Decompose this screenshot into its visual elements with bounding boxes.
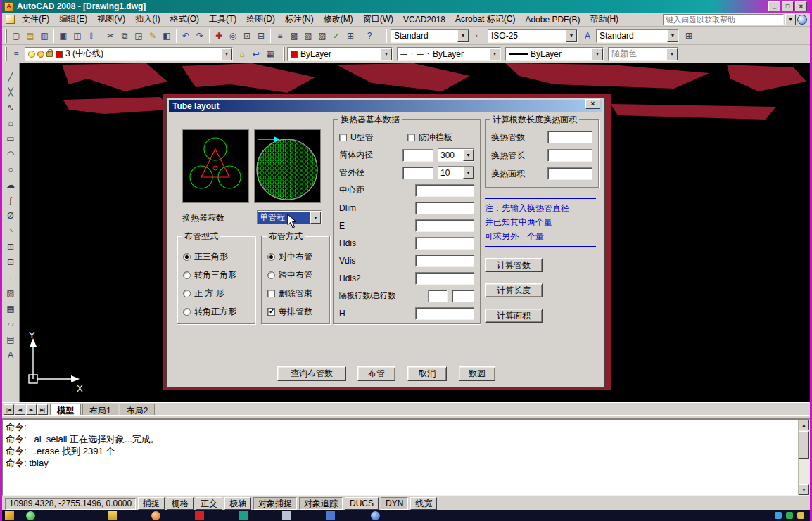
messenger-icon[interactable] <box>371 511 380 520</box>
radio-icon[interactable] <box>183 308 191 316</box>
menu-adobe-pdf[interactable]: Adobe PDF(B) <box>520 13 585 26</box>
checkbox-icon[interactable] <box>339 134 347 141</box>
textstyle-combo[interactable]: Standard ▾ <box>596 29 679 43</box>
layer-states-icon[interactable]: ▦ <box>263 47 277 61</box>
radio-triangle[interactable]: 正三角形 <box>177 247 255 266</box>
help-search-input[interactable] <box>663 14 784 25</box>
first-tab-button[interactable]: |◀ <box>4 404 14 415</box>
menu-vcad2018[interactable]: VCAD2018 <box>398 13 450 26</box>
tray-icon-1[interactable] <box>775 512 782 519</box>
layer-properties-icon[interactable]: ≡ <box>9 47 23 61</box>
help-search-dropdown[interactable]: ▾ <box>785 14 796 25</box>
circle-icon[interactable]: ○ <box>4 163 18 176</box>
chevron-down-icon[interactable]: ▾ <box>463 167 474 179</box>
menu-format[interactable]: 格式(O) <box>165 12 204 27</box>
line-icon[interactable]: ╱ <box>4 70 18 84</box>
open-icon[interactable]: ▤ <box>23 29 37 43</box>
make-block-icon[interactable]: ⊡ <box>4 256 18 269</box>
checkbox-icon[interactable] <box>407 134 415 141</box>
layer-combo[interactable]: 3 (中心线) ▾ <box>25 47 233 61</box>
calc-length-button[interactable]: 计算长度 <box>485 283 543 297</box>
mtext-icon[interactable]: A <box>4 349 18 362</box>
layer-on-icon[interactable] <box>28 51 35 58</box>
teal-app-icon[interactable] <box>239 511 248 520</box>
toggle-grid[interactable]: 栅格 <box>167 497 194 510</box>
radio-icon[interactable] <box>183 271 191 279</box>
chevron-down-icon[interactable]: ▾ <box>566 30 577 42</box>
query-layout-count-button[interactable]: 查询布管数 <box>277 366 346 381</box>
radio-icon[interactable] <box>183 253 191 261</box>
hdis-input[interactable] <box>415 237 474 250</box>
spline-icon[interactable]: ∫ <box>4 194 18 207</box>
scroll-up-icon[interactable]: ▲ <box>799 420 809 430</box>
downloader-icon[interactable] <box>151 511 160 520</box>
command-window[interactable]: 命令: 命令: _ai_selall 正在选择对象...完成。 命令: _.er… <box>2 419 810 496</box>
toggle-ducs[interactable]: DUCS <box>345 497 379 510</box>
chevron-down-icon[interactable]: ▾ <box>457 30 469 42</box>
toggle-polar[interactable]: 极轴 <box>224 497 251 510</box>
calc-area-button[interactable]: 计算面积 <box>485 309 543 323</box>
tab-layout2[interactable]: 布局2 <box>120 404 156 415</box>
total-rows-input[interactable] <box>452 290 474 302</box>
quickcalc-icon[interactable]: ⊞ <box>343 29 357 43</box>
radio-centered-layout[interactable]: 对中布管 <box>262 247 329 266</box>
zoom-window-icon[interactable]: ⊡ <box>240 29 254 43</box>
sheet-set-manager-icon[interactable]: ▧ <box>315 29 329 43</box>
plot-icon[interactable]: ▣ <box>56 29 70 43</box>
layer-previous-icon[interactable]: ↩ <box>249 47 263 61</box>
menu-edit[interactable]: 编辑(E) <box>54 12 92 27</box>
make-layer-current-icon[interactable]: ⌂ <box>235 47 249 61</box>
tube-od-input[interactable] <box>402 167 433 179</box>
shell-diameter-combo[interactable]: 300 ▾ <box>438 148 474 162</box>
drawing-canvas[interactable]: Y X Tube layout × <box>20 63 810 402</box>
toolbar-grip[interactable] <box>5 47 7 61</box>
chevron-down-icon[interactable]: ▾ <box>463 149 474 161</box>
table-style-icon[interactable]: ⊞ <box>682 29 696 43</box>
insert-block-icon[interactable]: ⊞ <box>4 240 18 254</box>
dialog-close-button[interactable]: × <box>585 99 600 109</box>
chevron-down-icon[interactable]: ▾ <box>381 48 392 60</box>
dimstyle-combo[interactable]: ISO-25 ▾ <box>488 29 578 43</box>
tube-od-combo[interactable]: 10 ▾ <box>438 166 474 179</box>
chevron-down-icon[interactable]: ▾ <box>592 48 603 60</box>
radio-rotated-triangle[interactable]: 转角三角形 <box>177 266 255 284</box>
polyline-icon[interactable]: ∿ <box>4 101 18 115</box>
text-style-icon[interactable]: A <box>581 29 595 43</box>
vdis-input[interactable] <box>415 255 474 267</box>
menu-view[interactable]: 视图(V) <box>92 12 130 27</box>
toolbar-grip[interactable] <box>283 47 285 61</box>
radio-icon[interactable] <box>267 253 275 261</box>
tab-model[interactable]: 模型 <box>50 404 81 415</box>
zoom-realtime-icon[interactable]: ◎ <box>226 29 240 43</box>
radio-offset-layout[interactable]: 跨中布管 <box>262 266 329 284</box>
checkbox-tubes-per-row[interactable]: 每排管数 <box>262 302 329 321</box>
lineweight-combo[interactable]: ByLayer ▾ <box>505 47 604 61</box>
copy-icon[interactable]: ⧉ <box>118 29 132 43</box>
coordinates-readout[interactable]: 10989.4328, -2755.1496, 0.0000 <box>5 498 136 510</box>
next-tab-button[interactable]: ▶ <box>26 404 37 415</box>
last-tab-button[interactable]: ▶| <box>37 404 48 415</box>
toggle-snap[interactable]: 捕捉 <box>138 497 165 510</box>
tray-icon-3[interactable] <box>797 512 804 519</box>
tube-count-input[interactable] <box>547 131 592 143</box>
count-circles-button[interactable]: 数圆 <box>459 366 495 381</box>
command-scrollbar[interactable]: ▲ ▼ <box>798 420 809 495</box>
radio-rotated-square[interactable]: 转角正方形 <box>177 302 255 321</box>
new-icon[interactable]: ▢ <box>9 29 23 43</box>
hdis2-input[interactable] <box>415 272 474 285</box>
revision-cloud-icon[interactable]: ☁ <box>4 179 18 192</box>
toggle-ortho[interactable]: 正交 <box>196 497 222 510</box>
layout-tubes-button[interactable]: 布管 <box>357 366 395 381</box>
minimize-button[interactable]: _ <box>768 1 780 11</box>
ellipse-icon[interactable]: Ø <box>4 210 18 223</box>
menu-draw[interactable]: 绘图(D) <box>241 12 280 27</box>
folder-icon[interactable] <box>108 511 117 520</box>
point-icon[interactable]: · <box>4 271 18 285</box>
gradient-icon[interactable]: ▦ <box>4 302 18 316</box>
tube-length-input[interactable] <box>547 149 592 162</box>
media-icon[interactable] <box>195 511 204 520</box>
chevron-down-icon[interactable]: ▾ <box>489 48 500 60</box>
document-icon[interactable] <box>326 511 335 520</box>
menu-dimension[interactable]: 标注(N) <box>280 12 319 27</box>
calc-count-button[interactable]: 计算管数 <box>485 258 543 272</box>
